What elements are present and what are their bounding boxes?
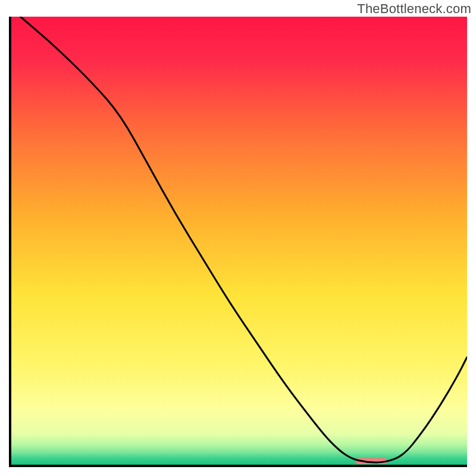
watermark-text: TheBottleneck.com [357, 1, 471, 17]
axis-y [9, 17, 11, 467]
chart-background [11, 17, 467, 465]
chart-svg [9, 17, 467, 467]
chart-plot-area [9, 17, 467, 467]
axis-x [9, 465, 467, 467]
